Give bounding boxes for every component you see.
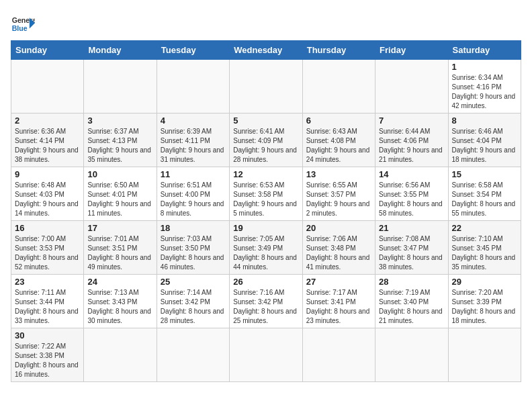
day-info: Sunrise: 7:08 AM Sunset: 3:47 PM Dayligh… xyxy=(379,234,444,272)
day-number: 3 xyxy=(87,116,152,126)
day-info: Sunrise: 6:43 AM Sunset: 4:08 PM Dayligh… xyxy=(306,127,371,165)
day-number: 22 xyxy=(452,223,517,233)
calendar-cell: 23Sunrise: 7:11 AM Sunset: 3:44 PM Dayli… xyxy=(11,275,84,328)
day-info: Sunrise: 6:51 AM Sunset: 4:00 PM Dayligh… xyxy=(161,181,226,218)
calendar-cell: 3Sunrise: 6:37 AM Sunset: 4:13 PM Daylig… xyxy=(84,113,157,167)
day-number: 5 xyxy=(233,116,298,126)
day-info: Sunrise: 6:58 AM Sunset: 3:54 PM Dayligh… xyxy=(452,181,517,218)
calendar-cell: 7Sunrise: 6:44 AM Sunset: 4:06 PM Daylig… xyxy=(375,113,448,167)
calendar-cell xyxy=(230,328,302,382)
day-header-wednesday: Wednesday xyxy=(230,41,302,60)
calendar-cell: 30Sunrise: 7:22 AM Sunset: 3:38 PM Dayli… xyxy=(11,328,84,382)
calendar-cell: 29Sunrise: 7:20 AM Sunset: 3:39 PM Dayli… xyxy=(448,275,521,328)
calendar-cell xyxy=(157,328,229,382)
day-number: 23 xyxy=(15,277,80,287)
calendar-week-4: 23Sunrise: 7:11 AM Sunset: 3:44 PM Dayli… xyxy=(11,275,521,328)
calendar-cell: 8Sunrise: 6:46 AM Sunset: 4:04 PM Daylig… xyxy=(448,113,521,167)
calendar-cell: 25Sunrise: 7:14 AM Sunset: 3:42 PM Dayli… xyxy=(157,275,229,328)
calendar-cell: 18Sunrise: 7:03 AM Sunset: 3:50 PM Dayli… xyxy=(157,221,229,275)
calendar-cell: 17Sunrise: 7:01 AM Sunset: 3:51 PM Dayli… xyxy=(84,221,157,275)
day-info: Sunrise: 6:56 AM Sunset: 3:55 PM Dayligh… xyxy=(379,181,444,218)
day-info: Sunrise: 7:06 AM Sunset: 3:48 PM Dayligh… xyxy=(306,234,371,272)
calendar-table: SundayMondayTuesdayWednesdayThursdayFrid… xyxy=(11,40,521,382)
calendar-week-1: 2Sunrise: 6:36 AM Sunset: 4:14 PM Daylig… xyxy=(11,113,521,167)
day-info: Sunrise: 6:46 AM Sunset: 4:04 PM Dayligh… xyxy=(452,127,517,165)
day-number: 13 xyxy=(306,169,371,179)
calendar-cell xyxy=(375,60,448,113)
day-header-tuesday: Tuesday xyxy=(157,41,229,60)
day-info: Sunrise: 7:16 AM Sunset: 3:42 PM Dayligh… xyxy=(233,288,298,326)
day-info: Sunrise: 7:22 AM Sunset: 3:38 PM Dayligh… xyxy=(15,342,80,379)
day-info: Sunrise: 7:10 AM Sunset: 3:45 PM Dayligh… xyxy=(452,234,517,272)
day-info: Sunrise: 6:41 AM Sunset: 4:09 PM Dayligh… xyxy=(233,127,298,165)
day-header-sunday: Sunday xyxy=(11,41,84,60)
calendar-cell xyxy=(11,60,84,113)
calendar-cell xyxy=(302,60,375,113)
day-info: Sunrise: 7:11 AM Sunset: 3:44 PM Dayligh… xyxy=(15,288,80,326)
calendar-cell xyxy=(375,328,448,382)
day-number: 30 xyxy=(15,330,80,340)
day-number: 8 xyxy=(452,116,517,126)
day-number: 14 xyxy=(379,169,444,179)
day-info: Sunrise: 6:37 AM Sunset: 4:13 PM Dayligh… xyxy=(87,127,152,165)
day-number: 15 xyxy=(452,169,517,179)
day-number: 1 xyxy=(452,62,517,72)
calendar-cell: 26Sunrise: 7:16 AM Sunset: 3:42 PM Dayli… xyxy=(230,275,302,328)
calendar-cell: 21Sunrise: 7:08 AM Sunset: 3:47 PM Dayli… xyxy=(375,221,448,275)
day-number: 26 xyxy=(233,277,298,287)
calendar-cell: 14Sunrise: 6:56 AM Sunset: 3:55 PM Dayli… xyxy=(375,167,448,221)
day-number: 20 xyxy=(306,223,371,233)
calendar-cell xyxy=(302,328,375,382)
calendar-cell: 20Sunrise: 7:06 AM Sunset: 3:48 PM Dayli… xyxy=(302,221,375,275)
day-number: 25 xyxy=(161,277,226,287)
day-header-friday: Friday xyxy=(375,41,448,60)
calendar-cell: 28Sunrise: 7:19 AM Sunset: 3:40 PM Dayli… xyxy=(375,275,448,328)
day-number: 29 xyxy=(452,277,517,287)
logo: General Blue xyxy=(11,12,35,36)
day-number: 24 xyxy=(87,277,152,287)
day-info: Sunrise: 6:39 AM Sunset: 4:11 PM Dayligh… xyxy=(161,127,226,165)
calendar-week-2: 9Sunrise: 6:48 AM Sunset: 4:03 PM Daylig… xyxy=(11,167,521,221)
calendar-cell: 5Sunrise: 6:41 AM Sunset: 4:09 PM Daylig… xyxy=(230,113,302,167)
day-number: 9 xyxy=(15,169,80,179)
calendar-week-5: 30Sunrise: 7:22 AM Sunset: 3:38 PM Dayli… xyxy=(11,328,521,382)
calendar-cell: 9Sunrise: 6:48 AM Sunset: 4:03 PM Daylig… xyxy=(11,167,84,221)
logo-icon: General Blue xyxy=(11,12,35,36)
calendar-cell: 13Sunrise: 6:55 AM Sunset: 3:57 PM Dayli… xyxy=(302,167,375,221)
calendar-cell: 4Sunrise: 6:39 AM Sunset: 4:11 PM Daylig… xyxy=(157,113,229,167)
calendar-cell xyxy=(448,328,521,382)
day-number: 16 xyxy=(15,223,80,233)
day-number: 18 xyxy=(161,223,226,233)
calendar-week-3: 16Sunrise: 7:00 AM Sunset: 3:53 PM Dayli… xyxy=(11,221,521,275)
day-number: 4 xyxy=(161,116,226,126)
calendar-cell: 15Sunrise: 6:58 AM Sunset: 3:54 PM Dayli… xyxy=(448,167,521,221)
day-header-monday: Monday xyxy=(84,41,157,60)
calendar-week-0: 1Sunrise: 6:34 AM Sunset: 4:16 PM Daylig… xyxy=(11,60,521,113)
day-info: Sunrise: 7:13 AM Sunset: 3:43 PM Dayligh… xyxy=(87,288,152,326)
day-number: 2 xyxy=(15,116,80,126)
day-info: Sunrise: 6:44 AM Sunset: 4:06 PM Dayligh… xyxy=(379,127,444,165)
day-number: 21 xyxy=(379,223,444,233)
day-info: Sunrise: 6:55 AM Sunset: 3:57 PM Dayligh… xyxy=(306,181,371,218)
calendar-cell: 1Sunrise: 6:34 AM Sunset: 4:16 PM Daylig… xyxy=(448,60,521,113)
day-info: Sunrise: 7:00 AM Sunset: 3:53 PM Dayligh… xyxy=(15,234,80,272)
calendar-cell: 22Sunrise: 7:10 AM Sunset: 3:45 PM Dayli… xyxy=(448,221,521,275)
calendar-cell: 24Sunrise: 7:13 AM Sunset: 3:43 PM Dayli… xyxy=(84,275,157,328)
day-number: 11 xyxy=(161,169,226,179)
day-info: Sunrise: 7:01 AM Sunset: 3:51 PM Dayligh… xyxy=(87,234,152,272)
day-number: 27 xyxy=(306,277,371,287)
day-info: Sunrise: 6:48 AM Sunset: 4:03 PM Dayligh… xyxy=(15,181,80,218)
calendar-cell: 27Sunrise: 7:17 AM Sunset: 3:41 PM Dayli… xyxy=(302,275,375,328)
day-number: 28 xyxy=(379,277,444,287)
calendar-cell: 16Sunrise: 7:00 AM Sunset: 3:53 PM Dayli… xyxy=(11,221,84,275)
day-number: 7 xyxy=(379,116,444,126)
day-info: Sunrise: 7:03 AM Sunset: 3:50 PM Dayligh… xyxy=(161,234,226,272)
calendar-cell: 11Sunrise: 6:51 AM Sunset: 4:00 PM Dayli… xyxy=(157,167,229,221)
day-number: 6 xyxy=(306,116,371,126)
calendar-cell xyxy=(230,60,302,113)
svg-text:Blue: Blue xyxy=(12,24,28,32)
page-header: General Blue xyxy=(11,7,521,36)
day-info: Sunrise: 6:53 AM Sunset: 3:58 PM Dayligh… xyxy=(233,181,298,218)
calendar-cell: 12Sunrise: 6:53 AM Sunset: 3:58 PM Dayli… xyxy=(230,167,302,221)
day-info: Sunrise: 6:50 AM Sunset: 4:01 PM Dayligh… xyxy=(87,181,152,218)
